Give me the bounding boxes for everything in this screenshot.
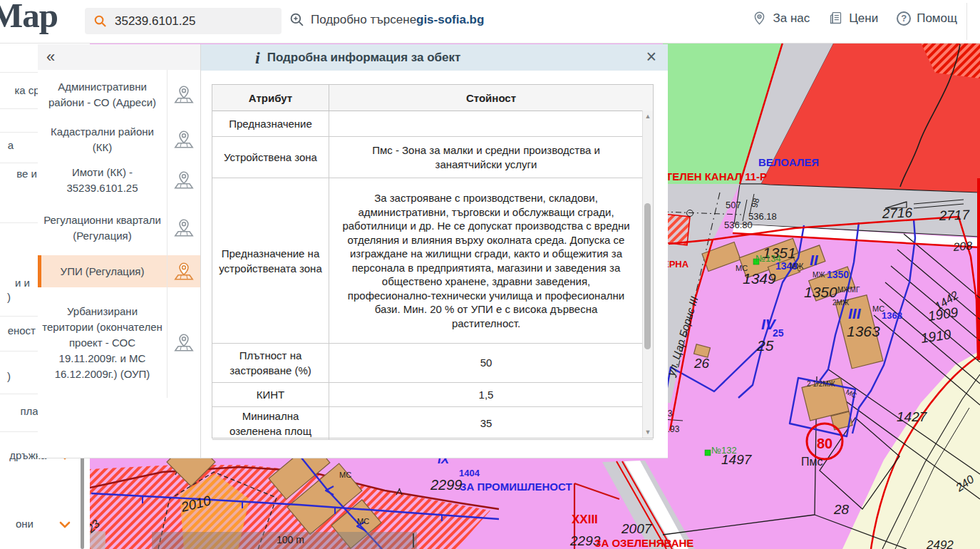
layer-list: Административни райони - СО (Адреси) Кад… <box>38 70 200 398</box>
sidebar-scrollbar[interactable] <box>81 446 84 549</box>
layer-item[interactable]: Урбанизирани територии (окончателен прое… <box>38 287 200 398</box>
map-label: 1368 <box>882 310 902 321</box>
value-cell: 35 <box>329 407 653 439</box>
nav-about[interactable]: За нас <box>752 11 810 26</box>
site-link[interactable]: gis-sofia.bg <box>416 13 484 27</box>
layer-map-pin-icon[interactable] <box>167 160 200 201</box>
sidebar-item[interactable]: ) <box>7 291 11 303</box>
panel-title: Подробна информация за обект <box>267 51 461 65</box>
app-logo: Map <box>0 0 58 36</box>
location-pin-icon <box>752 11 767 26</box>
map-label: 28 <box>833 502 850 517</box>
table-row: Предназначение на устройствената зонаЗа … <box>212 178 653 344</box>
layer-label: Кадастрални райони (КК) <box>38 120 167 160</box>
nav-help-label: Помощ <box>917 11 957 26</box>
nav-help[interactable]: ? Помощ <box>897 11 957 26</box>
layers-panel: « Административни райони - СО (Адреси) К… <box>38 44 200 458</box>
map-label: МЖ <box>790 262 803 270</box>
layer-map-pin-icon[interactable] <box>167 120 200 160</box>
layer-item[interactable]: Имоти (КК) - 35239.6101.25 <box>38 160 200 201</box>
value-cell <box>329 111 653 136</box>
value-cell: 1,5 <box>329 383 653 406</box>
info-icon: i <box>255 49 260 66</box>
value-cell: За застрояване с производствени, складов… <box>329 178 653 343</box>
map-label: III <box>848 305 862 322</box>
layer-map-pin-icon[interactable] <box>167 201 200 255</box>
map-label: 80 <box>817 436 832 451</box>
column-header-attribute: Атрибут <box>212 85 329 111</box>
layer-item[interactable]: УПИ (Регулация) <box>38 255 200 287</box>
chevron-down-icon[interactable] <box>59 521 71 528</box>
search-input[interactable] <box>113 14 266 29</box>
nav-prices-label: Цени <box>849 11 878 26</box>
value-cell: 50 <box>329 344 653 382</box>
layer-label: Имоти (КК) - 35239.6101.25 <box>38 160 167 201</box>
sidebar-item[interactable]: и и <box>15 277 30 289</box>
map-label: ЗА ОЗЕЛЕНЯВАНЕ <box>594 537 693 549</box>
sidebar-item[interactable]: еност <box>8 324 36 337</box>
close-icon[interactable]: × <box>641 46 661 68</box>
map-label: 2716 <box>881 205 912 222</box>
map-label: 100 m <box>277 534 304 545</box>
map-label: 1427 <box>897 409 928 424</box>
sidebar-item[interactable]: а <box>8 139 14 151</box>
map-label: 25 <box>756 337 774 354</box>
layer-map-pin-icon[interactable] <box>167 70 200 120</box>
nav-prices[interactable]: Цени <box>828 11 878 26</box>
topbar: Map Подробно търсене gis-sofia.bg За нас… <box>0 0 980 43</box>
zoom-search-icon <box>289 12 304 27</box>
search-box[interactable] <box>85 8 282 34</box>
map-label: МС <box>357 517 369 525</box>
map-label: 536.80 <box>724 220 753 230</box>
map-label: 536.18 <box>748 211 777 222</box>
info-panel: i Подробна информация за обект × Атрибут… <box>200 44 668 458</box>
sidebar-item[interactable]: ) <box>7 370 11 382</box>
map-label: 507 <box>726 200 741 210</box>
layer-item[interactable]: Административни райони - СО (Адреси) <box>38 70 200 120</box>
map-label: 26 <box>693 356 710 371</box>
table-header-row: Атрибут Стойност <box>212 85 653 111</box>
table-row: Мининална озеленена площ35 <box>212 407 653 440</box>
info-panel-header: i Подробна информация за обект × <box>201 44 668 71</box>
layer-label: УПИ (Регулация) <box>38 255 167 287</box>
sidebar-item[interactable]: ве и <box>16 168 37 180</box>
attribute-cell: Предназначение на устройствената зона <box>212 178 329 343</box>
map-label: МС <box>339 471 351 479</box>
map-label: 1349 <box>743 270 776 287</box>
nav-about-label: За нас <box>773 11 810 26</box>
sidebar-item[interactable]: они <box>16 518 33 530</box>
map-label: МС <box>736 264 748 272</box>
scroll-thumb[interactable] <box>644 203 651 349</box>
map-label: МС <box>872 304 884 313</box>
map-label: Пмс <box>801 456 823 468</box>
map-label: 2717 <box>938 207 970 223</box>
topbar-divider <box>966 3 967 40</box>
layer-item[interactable]: Регулационни квартали (Регулация) <box>38 201 200 255</box>
advanced-search-button[interactable]: Подробно търсене <box>289 12 416 27</box>
map-label: 2МЖ <box>832 299 850 307</box>
attribute-cell: Устройствена зона <box>212 137 329 178</box>
map-label: 2492 <box>926 538 954 549</box>
map-label: 1363 <box>847 323 880 339</box>
layer-map-pin-icon[interactable] <box>167 255 200 287</box>
value-cell: Пмс - Зона за малки и средни производств… <box>329 137 653 178</box>
collapse-panel-button[interactable]: « <box>46 49 55 65</box>
layer-label: Регулационни квартали (Регулация) <box>38 201 167 255</box>
layer-label: Административни райони - СО (Адреси) <box>38 70 167 120</box>
table-scrollbar[interactable]: ▲ ▼ <box>642 111 653 438</box>
map-label: ТЕЛЕН КАНАЛ 11-Р <box>666 170 767 183</box>
scroll-up-arrow[interactable]: ▲ <box>643 111 653 122</box>
map-label: №132 <box>711 445 737 456</box>
table-row: Предназначение <box>212 111 653 137</box>
attribute-cell: Мининална озеленена площ <box>212 407 329 439</box>
map-label: 208 <box>952 240 973 253</box>
map-label: 25 <box>773 327 784 339</box>
scroll-down-arrow[interactable]: ▼ <box>643 426 653 438</box>
attributes-table: Атрибут Стойност ПредназначениеУстройств… <box>212 84 654 438</box>
layer-map-pin-icon[interactable] <box>167 287 200 398</box>
attribute-cell: КИНТ <box>212 383 329 406</box>
search-icon <box>93 14 107 28</box>
table-row: Плътност на застрояване (%)50 <box>212 344 653 383</box>
layer-item[interactable]: Кадастрални райони (КК) <box>38 120 200 160</box>
top-nav: За нас Цени ? Помощ <box>752 11 957 26</box>
